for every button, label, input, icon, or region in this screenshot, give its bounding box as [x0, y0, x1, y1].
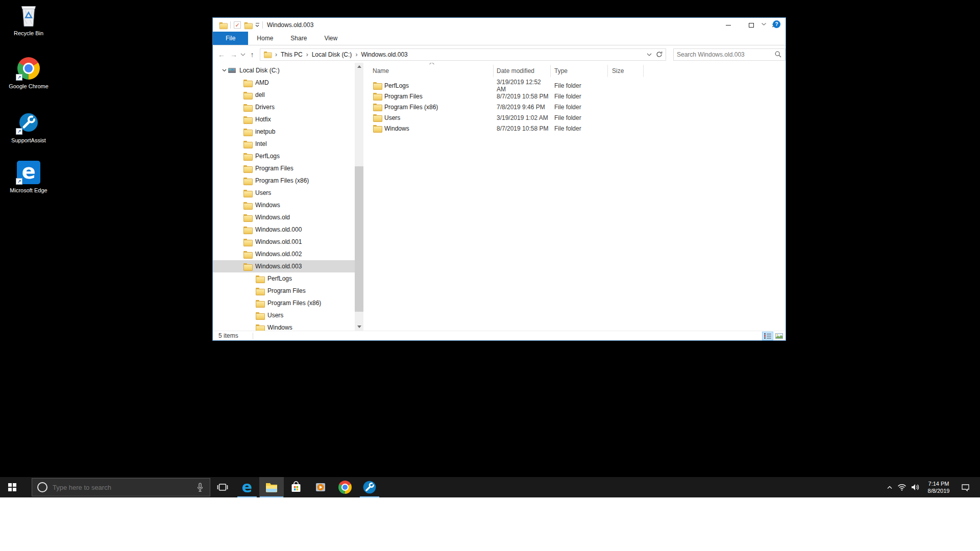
- desktop-icon-microsoft-edge[interactable]: e ↗ Microsoft Edge: [6, 160, 51, 194]
- action-center-icon[interactable]: [955, 477, 975, 497]
- back-button[interactable]: ←: [216, 51, 227, 59]
- tree-item[interactable]: Program Files (x86): [213, 297, 355, 309]
- taskbar-supportassist-button[interactable]: [357, 477, 382, 497]
- tree-item[interactable]: Users: [213, 187, 355, 199]
- folder-icon: [243, 141, 252, 147]
- file-date-modified: 3/19/2019 1:02 AM: [494, 114, 551, 121]
- column-header[interactable]: Name: [363, 65, 494, 77]
- tree-item[interactable]: Windows.old.002: [213, 248, 355, 260]
- expand-chevron-icon[interactable]: [220, 69, 228, 72]
- search-box[interactable]: [673, 48, 786, 61]
- breadcrumb-item[interactable]: Local Disk (C:): [312, 51, 352, 58]
- new-folder-icon[interactable]: [244, 22, 252, 28]
- tree-scrollbar[interactable]: [355, 63, 363, 331]
- tree-item[interactable]: Program Files: [213, 285, 355, 297]
- tree-item[interactable]: Program Files: [213, 162, 355, 174]
- breadcrumb[interactable]: › This PC › Local Disk (C:) › Windows.ol…: [260, 48, 666, 61]
- breadcrumb-item[interactable]: This PC: [281, 51, 303, 58]
- microphone-icon[interactable]: [197, 483, 204, 492]
- tree-item-label: Local Disk (C:): [239, 67, 280, 74]
- up-button[interactable]: ↑: [247, 51, 258, 59]
- hidden-icons-chevron-icon[interactable]: [884, 477, 895, 497]
- tree-item[interactable]: AMD: [213, 77, 355, 89]
- desktop-icon-supportassist[interactable]: ↗ SupportAssist: [6, 110, 51, 144]
- ribbon-tab[interactable]: Home: [248, 32, 282, 45]
- minimize-button[interactable]: [717, 18, 740, 32]
- folder-icon: [243, 214, 252, 221]
- collapse-ribbon-icon[interactable]: [761, 22, 767, 26]
- file-row[interactable]: Program Files 8/7/2019 10:58 PM File fol…: [363, 91, 786, 102]
- wifi-icon[interactable]: [895, 477, 909, 497]
- tree-item[interactable]: Windows: [213, 199, 355, 211]
- properties-check-icon[interactable]: ✓: [234, 21, 241, 29]
- tree-item[interactable]: inetpub: [213, 126, 355, 138]
- column-header[interactable]: Date modified: [494, 65, 551, 77]
- search-input[interactable]: [674, 51, 775, 58]
- tree-item[interactable]: Intel: [213, 138, 355, 150]
- taskbar-edge-button[interactable]: e: [235, 477, 259, 497]
- tree-item-label: Windows: [255, 202, 280, 209]
- details-view-button[interactable]: [762, 332, 773, 340]
- tree-item-label: AMD: [255, 79, 269, 86]
- maximize-button[interactable]: [740, 18, 763, 32]
- large-icons-view-button[interactable]: [773, 332, 785, 340]
- address-dropdown-caret-icon[interactable]: [647, 53, 652, 56]
- crumb-separator-icon: ›: [272, 51, 281, 58]
- taskbar-chrome-button[interactable]: [333, 477, 357, 497]
- tree-item[interactable]: Windows.old: [213, 211, 355, 223]
- tree-item[interactable]: Local Disk (C:): [213, 64, 355, 77]
- breadcrumb-item[interactable]: Windows.old.003: [361, 51, 407, 58]
- file-date-modified: 3/19/2019 12:52 AM: [494, 79, 551, 93]
- tree-item[interactable]: Hotfix: [213, 113, 355, 126]
- column-header[interactable]: Type: [551, 65, 608, 77]
- tree-item[interactable]: Windows.old.001: [213, 236, 355, 248]
- desktop-icon-google-chrome[interactable]: ↗ Google Chrome: [6, 56, 51, 90]
- file-name: Windows: [384, 125, 409, 132]
- file-date-modified: 8/7/2019 10:58 PM: [494, 93, 551, 100]
- start-button[interactable]: [0, 477, 24, 497]
- tree-item[interactable]: Program Files (x86): [213, 174, 355, 187]
- task-view-button[interactable]: [210, 477, 235, 497]
- taskbar-clock[interactable]: 7:14 PM 8/8/2019: [922, 480, 955, 494]
- taskbar-movies-tv-button[interactable]: [308, 477, 333, 497]
- customize-qat-caret-icon[interactable]: [255, 23, 259, 27]
- scroll-down-icon[interactable]: [355, 323, 363, 331]
- taskbar-search-input[interactable]: [53, 484, 197, 491]
- recent-locations-caret-icon[interactable]: [240, 53, 246, 56]
- window-titlebar[interactable]: ✓ Windows.old.003 ×: [213, 18, 786, 32]
- refresh-icon[interactable]: [656, 51, 663, 58]
- tree-item-label: Windows.old.003: [255, 263, 302, 270]
- file-row[interactable]: PerfLogs 3/19/2019 12:52 AM File folder: [363, 80, 786, 91]
- file-row[interactable]: Users 3/19/2019 1:02 AM File folder: [363, 112, 786, 123]
- volume-icon[interactable]: [909, 477, 922, 497]
- clock-date: 8/8/2019: [922, 487, 955, 494]
- tree-item[interactable]: Windows.old.003: [213, 260, 355, 272]
- ribbon-tab[interactable]: View: [315, 32, 346, 45]
- folder-icon: [373, 93, 381, 99]
- scrollbar-thumb[interactable]: [355, 166, 363, 312]
- search-icon[interactable]: [775, 51, 781, 58]
- sort-ascending-caret-icon[interactable]: [429, 63, 435, 65]
- tree-item[interactable]: dell: [213, 89, 355, 101]
- scroll-up-icon[interactable]: [355, 63, 363, 70]
- file-row[interactable]: Windows 8/7/2019 10:58 PM File folder: [363, 123, 786, 134]
- tree-item[interactable]: PerfLogs: [213, 150, 355, 162]
- tree-item[interactable]: Drivers: [213, 101, 355, 113]
- tree-item[interactable]: Users: [213, 309, 355, 321]
- file-row[interactable]: Program Files (x86) 7/8/2019 9:46 PM Fil…: [363, 102, 786, 112]
- ribbon-tab[interactable]: File: [213, 32, 248, 45]
- file-type: File folder: [551, 93, 608, 100]
- column-header[interactable]: Size: [608, 65, 644, 77]
- help-icon[interactable]: ?: [773, 20, 780, 28]
- tree-item[interactable]: Windows.old.000: [213, 223, 355, 236]
- ribbon-tab[interactable]: Share: [282, 32, 315, 45]
- forward-button[interactable]: →: [228, 51, 239, 59]
- taskbar-store-button[interactable]: [284, 477, 308, 497]
- desktop-icon-recycle-bin[interactable]: Recycle Bin: [6, 3, 51, 37]
- tree-item[interactable]: Windows: [213, 321, 355, 331]
- folder-icon: [243, 104, 252, 111]
- tree-item-label: Windows.old.000: [255, 226, 302, 233]
- tree-item[interactable]: PerfLogs: [213, 272, 355, 285]
- taskbar-search-box[interactable]: [32, 478, 210, 496]
- taskbar-file-explorer-button[interactable]: [259, 477, 284, 497]
